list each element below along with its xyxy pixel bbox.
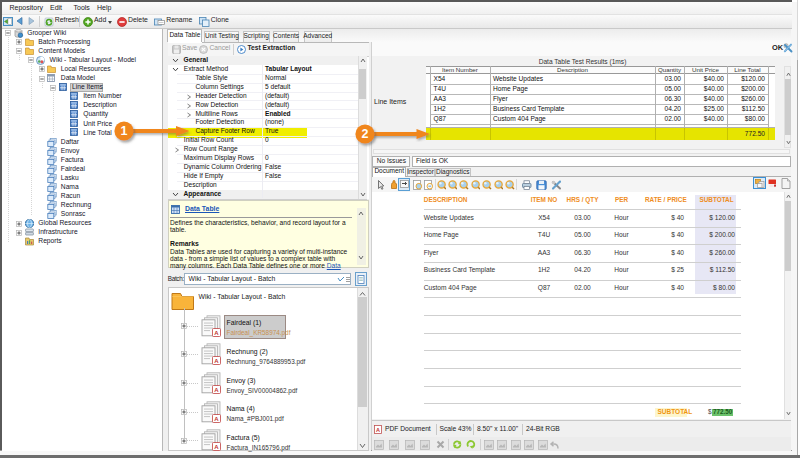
svg-text:A: A [214, 415, 219, 421]
svg-text:A: A [376, 427, 380, 433]
svg-text:A: A [214, 444, 219, 450]
svg-text:A: A [214, 329, 219, 335]
svg-text:1: 1 [121, 124, 128, 138]
svg-text:A: A [214, 387, 219, 393]
svg-text:A: A [214, 358, 219, 364]
svg-text:2: 2 [361, 128, 368, 142]
